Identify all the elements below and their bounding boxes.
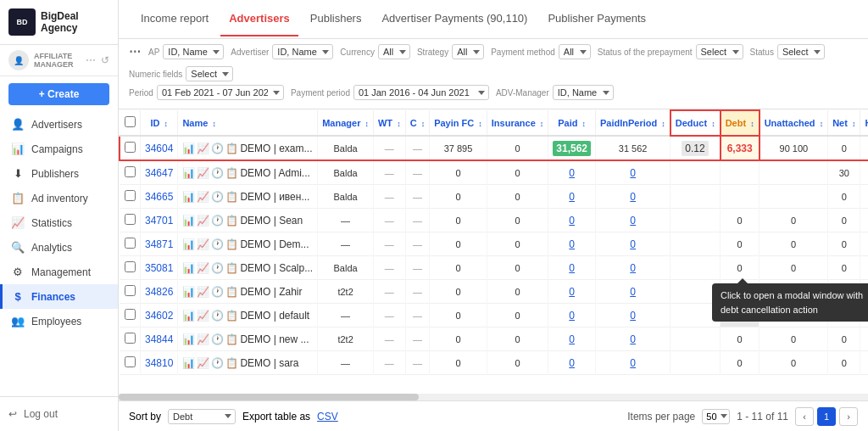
select-all-checkbox[interactable] — [125, 116, 136, 127]
tab-income-report[interactable]: Income report — [132, 2, 217, 36]
copy-icon[interactable]: 📋 — [225, 215, 238, 227]
tab-advertisers[interactable]: Advertisers — [220, 2, 298, 36]
col-paid[interactable]: Paid ↕ — [548, 110, 596, 136]
sidebar-item-analytics[interactable]: 🔍 Analytics — [0, 235, 118, 260]
pie-chart-icon[interactable]: 📈 — [197, 215, 209, 227]
paid-in-period-link[interactable]: 0 — [630, 262, 636, 274]
strategy-select[interactable]: All — [452, 44, 484, 59]
col-insurance[interactable]: Insurance ↕ — [487, 110, 548, 136]
row-id-link[interactable]: 34602 — [145, 310, 173, 322]
pie-chart-icon[interactable]: 📈 — [197, 191, 209, 203]
bar-chart-icon[interactable]: 📊 — [182, 286, 195, 298]
row-checkbox[interactable] — [125, 333, 136, 344]
clock-icon[interactable]: 🕐 — [211, 286, 224, 298]
col-manager[interactable]: Manager ↕ — [318, 110, 374, 136]
clock-icon[interactable]: 🕐 — [211, 143, 224, 154]
row-id-link[interactable]: 34665 — [145, 191, 173, 203]
status-select[interactable]: Select — [777, 44, 825, 59]
paid-link[interactable]: 0 — [569, 333, 575, 345]
copy-icon[interactable]: 📋 — [225, 143, 238, 154]
paid-in-period-link[interactable]: 0 — [630, 286, 636, 298]
sort-by-select[interactable]: Debt — [168, 409, 236, 424]
horizontal-scrollbar[interactable] — [119, 394, 868, 400]
copy-icon[interactable]: 📋 — [225, 357, 238, 369]
paid-in-period-link[interactable]: 0 — [630, 310, 636, 322]
more-options-button[interactable]: ⋯ — [129, 45, 142, 59]
data-table-container[interactable]: ID ↕ Name ↕ Manager ↕ WT ↕ C ↕ Payin FC … — [119, 109, 868, 394]
items-per-page-select[interactable]: 50 — [702, 409, 730, 424]
col-id[interactable]: ID ↕ — [141, 110, 178, 136]
tab-advertiser-payments[interactable]: Advertiser Payments (90,110) — [373, 2, 536, 36]
bar-chart-icon[interactable]: 📊 — [182, 333, 195, 345]
prepayment-select[interactable]: Select — [696, 44, 743, 59]
debt-link[interactable]: 6,333 — [727, 143, 753, 154]
copy-icon[interactable]: 📋 — [225, 333, 238, 345]
copy-icon[interactable]: 📋 — [225, 286, 238, 298]
bar-chart-icon[interactable]: 📊 — [182, 262, 195, 274]
row-checkbox[interactable] — [125, 214, 136, 225]
paid-in-period-link[interactable]: 0 — [630, 167, 636, 179]
bar-chart-icon[interactable]: 📊 — [182, 238, 195, 250]
clock-icon[interactable]: 🕐 — [211, 262, 224, 274]
export-csv-link[interactable]: CSV — [317, 411, 338, 423]
col-payin-fc[interactable]: Payin FC ↕ — [430, 110, 487, 136]
clock-icon[interactable]: 🕐 — [211, 191, 224, 203]
pie-chart-icon[interactable]: 📈 — [197, 333, 209, 345]
row-checkbox[interactable] — [125, 142, 136, 153]
sidebar-item-campaigns[interactable]: 📊 Campaigns — [0, 137, 118, 161]
paid-link[interactable]: 0 — [569, 262, 575, 274]
bar-chart-icon[interactable]: 📊 — [182, 215, 195, 227]
copy-icon[interactable]: 📋 — [225, 262, 238, 274]
pie-chart-icon[interactable]: 📈 — [197, 167, 209, 179]
paid-link[interactable]: 0 — [569, 238, 575, 250]
clock-icon[interactable]: 🕐 — [211, 333, 224, 345]
paid-link[interactable]: 0 — [569, 167, 575, 179]
tab-publishers[interactable]: Publishers — [302, 2, 370, 36]
tab-publisher-payments[interactable]: Publisher Payments — [539, 2, 654, 36]
pie-chart-icon[interactable]: 📈 — [197, 262, 209, 274]
currency-select[interactable]: All — [378, 44, 410, 59]
scrollbar-thumb[interactable] — [119, 394, 419, 400]
numeric-fields-select[interactable]: Select — [186, 66, 233, 81]
row-id-link[interactable]: 34871 — [145, 238, 173, 250]
clock-icon[interactable]: 🕐 — [211, 357, 224, 369]
sidebar-item-finances[interactable]: $ Finances — [0, 284, 118, 309]
clock-icon[interactable]: 🕐 — [211, 238, 224, 250]
pie-chart-icon[interactable]: 📈 — [197, 357, 209, 369]
row-checkbox[interactable] — [125, 356, 136, 367]
col-deduct[interactable]: Deduct ↕ — [670, 110, 721, 136]
row-checkbox[interactable] — [125, 190, 136, 201]
col-name[interactable]: Name ↕ — [178, 110, 318, 136]
pie-chart-icon[interactable]: 📈 — [197, 286, 209, 298]
col-unattached[interactable]: Unattached ↕ — [760, 110, 828, 136]
adv-manager-select[interactable]: ID, Name — [553, 85, 614, 100]
col-paid-in-period[interactable]: PaidInPeriod ↕ — [596, 110, 670, 136]
row-id-link[interactable]: 34810 — [145, 357, 173, 369]
copy-icon[interactable]: 📋 — [225, 310, 238, 322]
payment-period-select[interactable]: 01 Jan 2016 - 04 Jun 2021 — [353, 85, 489, 100]
sidebar-item-publishers[interactable]: ⬇ Publishers — [0, 161, 118, 186]
row-id-link[interactable]: 35081 — [145, 262, 173, 274]
page-1-button[interactable]: 1 — [817, 407, 836, 426]
bar-chart-icon[interactable]: 📊 — [182, 191, 195, 203]
row-id-link[interactable]: 34647 — [145, 167, 173, 179]
pie-chart-icon[interactable]: 📈 — [197, 143, 209, 154]
period-select[interactable]: 01 Feb 2021 - 07 Jun 2021 — [157, 85, 284, 100]
col-debt[interactable]: Debt ↕ — [721, 110, 760, 136]
row-checkbox[interactable] — [125, 261, 136, 272]
row-checkbox[interactable] — [125, 166, 136, 177]
paid-link[interactable]: 0 — [569, 215, 575, 227]
sidebar-item-ad-inventory[interactable]: 📋 Ad inventory — [0, 186, 118, 210]
more-icon[interactable]: ⋯ — [86, 54, 96, 66]
paid-link[interactable]: 0 — [569, 286, 575, 298]
paid-in-period-link[interactable]: 0 — [630, 357, 636, 369]
paid-link[interactable]: 0 — [569, 310, 575, 322]
sidebar-item-employees[interactable]: 👥 Employees — [0, 309, 118, 333]
row-id-link[interactable]: 34604 — [145, 143, 173, 154]
col-wt[interactable]: WT ↕ — [373, 110, 405, 136]
sidebar-item-advertisers[interactable]: 👤 Advertisers — [0, 112, 118, 137]
prev-page-button[interactable]: ‹ — [795, 407, 814, 426]
copy-icon[interactable]: 📋 — [225, 167, 238, 179]
pie-chart-icon[interactable]: 📈 — [197, 310, 209, 322]
clock-icon[interactable]: 🕐 — [211, 167, 224, 179]
